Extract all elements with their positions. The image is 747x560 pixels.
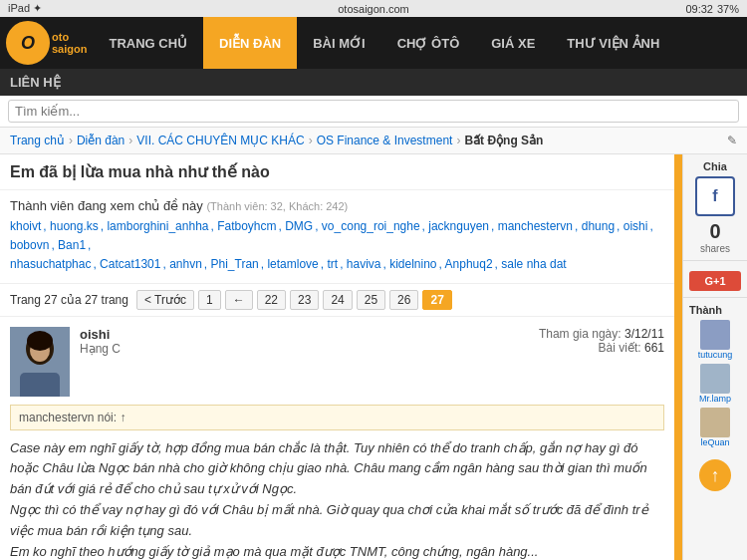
share-count: 0 bbox=[689, 220, 741, 243]
orange-accent-bar bbox=[674, 154, 682, 560]
viewer-manchester[interactable]: manchestervn bbox=[498, 219, 573, 233]
svg-rect-4 bbox=[20, 373, 60, 397]
up-btn-container: ↑ bbox=[683, 453, 747, 497]
breadcrumb-sep-3: › bbox=[309, 134, 313, 147]
viewers-section: Thành viên đang xem chủ đề này (Thành vi… bbox=[0, 190, 674, 284]
avatar-image bbox=[10, 327, 70, 397]
page-title: Em đã bị lừa mua nhà như thế nào bbox=[0, 154, 674, 190]
main-content: Em đã bị lừa mua nhà như thế nào Thành v… bbox=[0, 154, 674, 560]
nav-dienddan[interactable]: DIỄN ĐÀN bbox=[203, 17, 297, 69]
logo[interactable]: O otosaigon bbox=[0, 21, 93, 65]
breadcrumb-dienddan[interactable]: Diễn đàn bbox=[77, 134, 124, 147]
viewer-anhvn[interactable]: anhvn bbox=[169, 257, 202, 271]
svg-point-3 bbox=[27, 331, 53, 351]
avatar bbox=[10, 327, 70, 397]
page-ellipsis-btn[interactable]: ← bbox=[225, 290, 253, 310]
share-shares-text: shares bbox=[689, 243, 741, 254]
breadcrumb-sep-2: › bbox=[128, 134, 132, 147]
viewer-huongks[interactable]: huong.ks bbox=[50, 219, 99, 233]
viewer-khoivt[interactable]: khoivt bbox=[10, 219, 41, 233]
viewer-anphuq2[interactable]: Anphuq2 bbox=[445, 257, 493, 271]
logo-circle: O bbox=[6, 21, 50, 65]
nav-baimoi[interactable]: BÀI MỚI bbox=[297, 17, 380, 69]
viewer-fatboy[interactable]: Fatboyhcm bbox=[217, 219, 276, 233]
viewer-jacknguyen[interactable]: jacknguyen bbox=[428, 219, 489, 233]
breadcrumb-trangchu[interactable]: Trang chủ bbox=[10, 134, 65, 147]
viewer-lamborghini[interactable]: lamborghini_anhha bbox=[107, 219, 208, 233]
members-label: Thành bbox=[689, 304, 741, 316]
member-1-avatar bbox=[700, 320, 730, 350]
member-3: leQuan bbox=[689, 408, 741, 447]
main-wrapper: Em đã bị lừa mua nhà như thế nào Thành v… bbox=[0, 154, 747, 560]
member-avatars: tutucung Mr.lamp leQuan bbox=[689, 320, 741, 447]
viewers-title-text: Thành viên đang xem chủ đề này bbox=[10, 198, 203, 213]
logo-text: otosaigon bbox=[52, 31, 87, 55]
sub-nav: LIÊN HỆ bbox=[0, 69, 747, 96]
member-3-name[interactable]: leQuan bbox=[689, 437, 741, 447]
breadcrumb-batdongsan[interactable]: Bất Động Sản bbox=[464, 134, 543, 147]
post-content: Case này em nghĩ giấy tờ, hợp đồng mua b… bbox=[10, 438, 664, 560]
posts-label: Bài viết: 661 bbox=[539, 341, 664, 355]
viewer-oishi[interactable]: oishi bbox=[623, 219, 648, 233]
viewer-kidelnino[interactable]: kidelnino bbox=[389, 257, 436, 271]
member-2-name[interactable]: Mr.lamp bbox=[689, 394, 741, 404]
facebook-icon: f bbox=[712, 187, 717, 205]
breadcrumb-sep-4: › bbox=[456, 134, 460, 147]
username[interactable]: oishi bbox=[80, 327, 539, 342]
status-bar: iPad ✦ otosaigon.com 09:32 37% bbox=[0, 0, 747, 17]
post: oishi Hạng C Tham gia ngày: 3/12/11 Bài … bbox=[0, 317, 674, 560]
status-left: iPad ✦ bbox=[8, 2, 42, 15]
sub-nav-lienhe[interactable]: LIÊN HỆ bbox=[10, 75, 61, 90]
page-23-btn[interactable]: 23 bbox=[290, 290, 319, 310]
avatar-svg bbox=[10, 327, 70, 397]
breadcrumb-chuyenmuc[interactable]: VII. CÁC CHUYÊN MỤC KHÁC bbox=[136, 134, 304, 147]
viewer-phitran[interactable]: Phi_Tran bbox=[211, 257, 259, 271]
page-25-btn[interactable]: 25 bbox=[357, 290, 385, 310]
member-2-avatar bbox=[700, 364, 730, 394]
page-1-btn[interactable]: 1 bbox=[198, 290, 221, 310]
pagination-bar: Trang 27 của 27 trang < Trước 1 ← 22 23 … bbox=[0, 284, 674, 317]
breadcrumb-edit-icon[interactable]: ✎ bbox=[727, 134, 737, 147]
nav-items: TRANG CHỦ DIỄN ĐÀN BÀI MỚI CHỢ ÔTÔ GIÁ X… bbox=[93, 17, 675, 69]
viewer-dmg[interactable]: DMG bbox=[285, 219, 313, 233]
search-input[interactable] bbox=[8, 100, 739, 123]
breadcrumb-osfinance[interactable]: OS Finance & Investment bbox=[317, 134, 453, 147]
facebook-share-btn[interactable]: f bbox=[695, 176, 735, 216]
prev-btn[interactable]: < Trước bbox=[136, 290, 194, 310]
viewer-trt[interactable]: trt bbox=[327, 257, 338, 271]
nav-choto[interactable]: CHỢ ÔTÔ bbox=[381, 17, 476, 69]
page-27-btn[interactable]: 27 bbox=[422, 290, 451, 310]
gplus-widget: G+1 bbox=[683, 261, 747, 298]
viewer-dhung[interactable]: dhung bbox=[582, 219, 615, 233]
page-24-btn[interactable]: 24 bbox=[323, 290, 352, 310]
viewer-nhasuchat[interactable]: nhasuchatphac bbox=[10, 257, 91, 271]
viewer-vocong[interactable]: vo_cong_roi_nghe bbox=[322, 219, 420, 233]
post-meta: Tham gia ngày: 3/12/11 Bài viết: 661 bbox=[539, 327, 664, 355]
viewer-haviva[interactable]: haviva bbox=[347, 257, 381, 271]
up-button[interactable]: ↑ bbox=[699, 459, 731, 491]
page-22-btn[interactable]: 22 bbox=[257, 290, 286, 310]
viewer-letamlove[interactable]: letamlove bbox=[267, 257, 318, 271]
join-date: 3/12/11 bbox=[624, 327, 664, 341]
page-26-btn[interactable]: 26 bbox=[389, 290, 418, 310]
user-info: oishi Hạng C bbox=[80, 327, 539, 356]
page-info: Trang 27 của 27 trang bbox=[10, 293, 128, 307]
status-time: 09:32 bbox=[685, 3, 713, 15]
member-1-name[interactable]: tutucung bbox=[689, 350, 741, 360]
nav-thuvien[interactable]: THƯ VIỆN ẢNH bbox=[551, 17, 675, 69]
post-quote: manchestervn nói: ↑ bbox=[10, 405, 664, 430]
post-header: oishi Hạng C Tham gia ngày: 3/12/11 Bài … bbox=[10, 327, 664, 397]
share-label: Chia bbox=[689, 160, 741, 172]
viewer-salenhadat[interactable]: sale nha dat bbox=[501, 257, 566, 271]
nav-giaxe[interactable]: GIÁ XE bbox=[475, 17, 551, 69]
viewers-title: Thành viên đang xem chủ đề này (Thành vi… bbox=[10, 198, 664, 213]
viewer-ban1[interactable]: Ban1 bbox=[58, 238, 86, 252]
viewer-catcat[interactable]: Catcat1301 bbox=[100, 257, 160, 271]
viewer-bobovn[interactable]: bobovn bbox=[10, 238, 49, 252]
header: O otosaigon TRANG CHỦ DIỄN ĐÀN BÀI MỚI C… bbox=[0, 17, 747, 69]
member-1: tutucung bbox=[689, 320, 741, 360]
gplus-button[interactable]: G+1 bbox=[689, 271, 741, 291]
status-battery: 37% bbox=[717, 3, 739, 15]
member-2: Mr.lamp bbox=[689, 364, 741, 404]
nav-trangchu[interactable]: TRANG CHỦ bbox=[93, 17, 203, 69]
